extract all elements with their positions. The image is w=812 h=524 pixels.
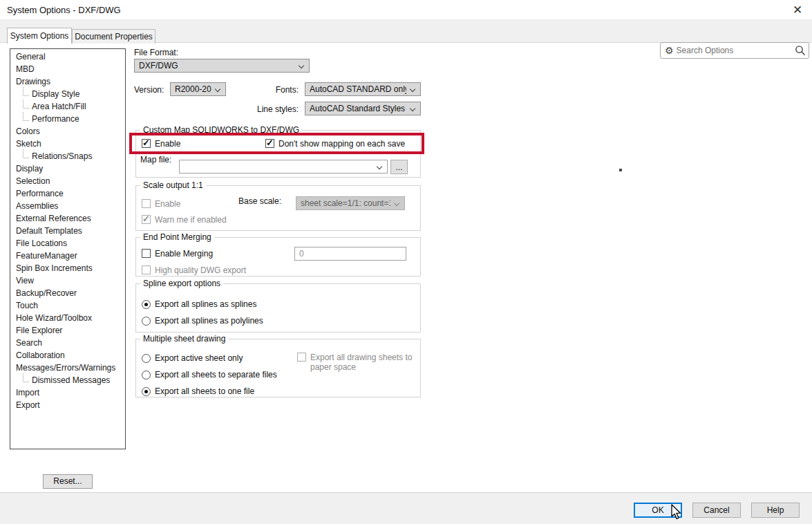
sidebar-item-display-style[interactable]: Display Style: [10, 88, 125, 100]
scale-enable-checkbox[interactable]: Enable: [142, 199, 180, 209]
multiple-sheet-radio-group: Export active sheet onlyExport all sheet…: [142, 353, 277, 396]
sidebar-item-label: Colors: [16, 127, 40, 136]
window-title: System Options - DXF/DWG: [7, 5, 121, 15]
close-icon[interactable]: ✕: [790, 3, 805, 18]
gear-icon[interactable]: ⚙: [665, 46, 674, 55]
titlebar: System Options - DXF/DWG ✕: [0, 0, 812, 19]
reset-button[interactable]: Reset...: [43, 474, 93, 489]
sidebar-item-general[interactable]: General: [10, 50, 125, 63]
chevron-down-icon: [410, 106, 415, 111]
file-format-select[interactable]: DXF/DWG: [134, 59, 310, 73]
merging-tolerance-input[interactable]: [294, 247, 406, 261]
tab-system-options[interactable]: System Options: [7, 28, 72, 44]
browse-map-file-button[interactable]: ...: [390, 160, 408, 174]
sidebar-item-label: Backup/Recover: [16, 288, 77, 298]
sidebar-item-label: Drawings: [16, 77, 50, 86]
search-options-box[interactable]: ⚙: [660, 42, 809, 59]
sidebar-item-label: FeatureManager: [16, 251, 77, 261]
sidebar-item-messages-errors-warnings[interactable]: Messages/Errors/Warnings: [10, 362, 125, 374]
options-tree: GeneralMBDDrawingsDisplay StyleArea Hatc…: [10, 48, 126, 449]
system-options-dialog: System Options - DXF/DWG ✕ System Option…: [0, 0, 812, 524]
spline-radio-export-all-splines-as-polylines[interactable]: Export all splines as polylines: [142, 316, 263, 326]
dont-show-mapping-checkbox[interactable]: Don't show mapping on each save: [265, 139, 405, 149]
chevron-down-icon: [299, 63, 304, 68]
sheet-radio-export-all-sheets-to-separate-files[interactable]: Export all sheets to separate files: [142, 370, 277, 380]
sidebar-item-label: File Locations: [16, 238, 67, 248]
sidebar-item-label: Default Templates: [16, 226, 82, 236]
sidebar-item-drawings[interactable]: Drawings: [10, 75, 125, 88]
file-format-label: File Format:: [134, 48, 178, 57]
sidebar-item-selection[interactable]: Selection: [10, 175, 125, 187]
checkbox-box: [142, 215, 151, 224]
sidebar-item-label: Search: [16, 338, 42, 348]
sidebar-item-performance[interactable]: Performance: [10, 113, 125, 125]
sidebar-item-backup-recover[interactable]: Backup/Recover: [10, 287, 125, 299]
sidebar-item-label: Touch: [16, 301, 38, 310]
sidebar-item-colors[interactable]: Colors: [10, 125, 125, 138]
sidebar-item-featuremanager[interactable]: FeatureManager: [10, 250, 125, 262]
sidebar-item-label: Relations/Snaps: [32, 151, 92, 161]
search-icon[interactable]: [795, 45, 806, 56]
sidebar-item-touch[interactable]: Touch: [10, 299, 125, 312]
checkbox-box: [142, 139, 151, 148]
sidebar-item-mbd[interactable]: MBD: [10, 63, 125, 75]
map-file-select[interactable]: [179, 160, 388, 174]
sidebar-item-export[interactable]: Export: [10, 399, 125, 411]
sidebar-item-label: Display: [16, 164, 43, 174]
enable-mapping-checkbox[interactable]: Enable: [142, 139, 180, 149]
checkbox-box: [265, 139, 274, 148]
checkbox-box: [142, 249, 151, 258]
radio-button: [142, 354, 151, 363]
sidebar-item-import[interactable]: Import: [10, 386, 125, 399]
enable-merging-checkbox[interactable]: Enable Merging: [142, 249, 213, 259]
spline-radio-export-all-splines-as-splines[interactable]: Export all splines as splines: [142, 299, 263, 309]
tree-connector: [23, 373, 29, 382]
footer-bar: [0, 493, 812, 524]
line-styles-select[interactable]: AutoCAD Standard Styles: [305, 102, 421, 115]
sidebar-item-search[interactable]: Search: [10, 337, 125, 349]
base-scale-label: Base scale:: [238, 196, 281, 206]
fonts-label: Fonts:: [249, 85, 299, 95]
sidebar-item-assemblies[interactable]: Assemblies: [10, 200, 125, 212]
sidebar-item-default-templates[interactable]: Default Templates: [10, 225, 125, 237]
tree-connector: [23, 87, 29, 96]
search-input[interactable]: [677, 46, 795, 55]
sidebar-item-label: Assemblies: [16, 201, 58, 211]
sidebar-item-area-hatch-fill[interactable]: Area Hatch/Fill: [10, 100, 125, 113]
sidebar-item-label: Collaboration: [16, 350, 65, 360]
radio-label: Export all sheets to separate files: [155, 370, 277, 380]
version-select[interactable]: R2000-2002: [170, 82, 226, 96]
sidebar-item-label: Performance: [16, 189, 64, 198]
sidebar-item-display[interactable]: Display: [10, 162, 125, 175]
sidebar-item-file-locations[interactable]: File Locations: [10, 237, 125, 250]
sidebar-item-relations-snaps[interactable]: Relations/Snaps: [10, 150, 125, 162]
sheet-radio-export-all-sheets-to-one-file[interactable]: Export all sheets to one file: [142, 386, 277, 396]
sidebar-item-view[interactable]: View: [10, 274, 125, 287]
sidebar-item-hole-wizard-toolbox[interactable]: Hole Wizard/Toolbox: [10, 312, 125, 324]
checkbox-box: [297, 353, 306, 362]
sidebar-item-sketch[interactable]: Sketch: [10, 138, 125, 150]
tree-connector: [23, 149, 29, 158]
sidebar-item-spin-box-increments[interactable]: Spin Box Increments: [10, 262, 125, 274]
radio-button: [142, 300, 151, 309]
sidebar-item-label: Import: [16, 388, 39, 397]
sidebar-item-external-references[interactable]: External References: [10, 212, 125, 225]
sidebar-item-file-explorer[interactable]: File Explorer: [10, 324, 125, 337]
radio-button: [142, 387, 151, 396]
radio-button: [142, 317, 151, 326]
tab-document-properties[interactable]: Document Properties: [72, 29, 155, 44]
sidebar-item-label: External References: [16, 214, 91, 223]
spline-export-radio-group: Export all splines as splinesExport all …: [142, 299, 263, 326]
radio-button: [142, 371, 151, 380]
sidebar-item-dismissed-messages[interactable]: Dismissed Messages: [10, 374, 125, 386]
cancel-button[interactable]: Cancel: [692, 503, 741, 518]
help-button[interactable]: Help: [751, 503, 800, 518]
sidebar-item-collaboration[interactable]: Collaboration: [10, 349, 125, 362]
scale-output-group-title: Scale output 1:1: [140, 180, 206, 190]
sidebar-item-performance[interactable]: Performance: [10, 187, 125, 200]
paper-space-checkbox: Export all drawing sheets to paper space: [297, 353, 416, 372]
sheet-radio-export-active-sheet-only[interactable]: Export active sheet only: [142, 353, 277, 363]
ok-button[interactable]: OK: [634, 503, 682, 518]
sidebar-item-label: General: [16, 52, 46, 62]
fonts-select[interactable]: AutoCAD STANDARD only: [305, 82, 421, 96]
